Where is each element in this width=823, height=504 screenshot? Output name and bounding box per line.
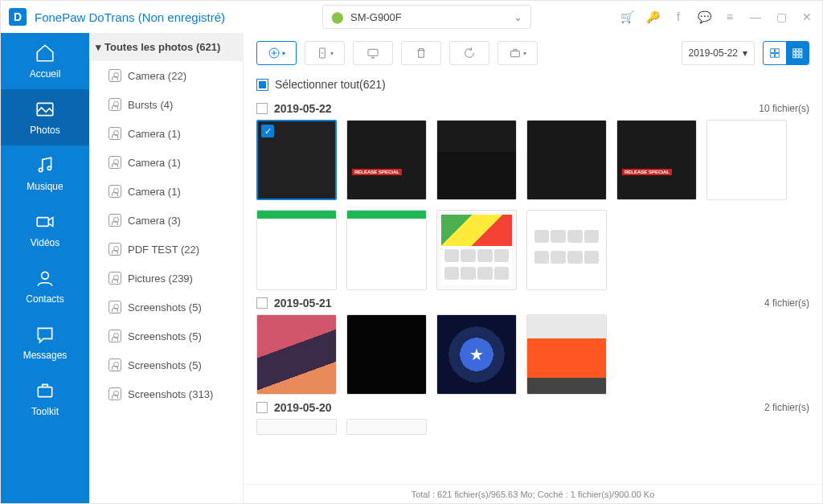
photo-thumbnail[interactable]: [436, 210, 517, 290]
facebook-icon[interactable]: f: [671, 10, 686, 23]
folder-label: Pictures (239): [128, 272, 193, 285]
select-all-row[interactable]: Sélectionner tout(621): [244, 73, 822, 96]
folder-icon: [109, 272, 121, 285]
svg-rect-10: [771, 49, 775, 53]
folder-item[interactable]: Bursts (4): [89, 90, 243, 119]
nav-music[interactable]: Musique: [1, 145, 89, 202]
toolbox-button[interactable]: ▾: [497, 41, 538, 65]
folder-tree: ▾ Toutes les photos (621) Camera (22) Bu…: [89, 33, 244, 503]
svg-rect-20: [793, 55, 796, 58]
view-grid-button[interactable]: [786, 42, 809, 64]
photo-thumbnail[interactable]: [436, 314, 517, 395]
photo-thumbnail[interactable]: [346, 419, 427, 435]
folder-label: Bursts (4): [128, 99, 173, 111]
group-header[interactable]: 2019-05-20 2 fichier(s): [256, 395, 809, 419]
nav-toolkit[interactable]: Toolkit: [1, 371, 89, 427]
select-all-checkbox[interactable]: [256, 79, 268, 91]
group-checkbox[interactable]: [256, 297, 268, 309]
nav-contacts[interactable]: Contacts: [1, 258, 89, 314]
folder-icon: [109, 214, 121, 227]
photo-thumbnail[interactable]: [256, 210, 337, 290]
maximize-icon[interactable]: ▢: [774, 10, 788, 23]
folder-item[interactable]: Screenshots (5): [89, 322, 243, 350]
svg-rect-18: [796, 52, 799, 55]
folder-icon: [109, 98, 121, 111]
svg-point-4: [42, 272, 49, 279]
tree-header[interactable]: ▾ Toutes les photos (621): [89, 33, 243, 61]
folder-label: Camera (1): [128, 157, 181, 169]
photo-thumbnail[interactable]: [256, 314, 337, 395]
svg-rect-19: [800, 52, 802, 55]
nav-label: Photos: [30, 125, 59, 136]
svg-rect-5: [38, 387, 51, 397]
photo-thumbnail[interactable]: [256, 419, 337, 435]
chevron-down-icon: ▾: [282, 50, 285, 57]
tree-header-label: Toutes les photos (621): [104, 41, 220, 53]
folder-item[interactable]: Camera (1): [89, 177, 243, 206]
folder-icon: [109, 127, 121, 140]
photo-thumbnail[interactable]: [436, 120, 517, 200]
folder-item[interactable]: PDF TEST (22): [89, 235, 243, 264]
delete-button[interactable]: [401, 41, 441, 65]
folder-icon: [109, 156, 121, 169]
folder-item[interactable]: Screenshots (5): [89, 350, 243, 379]
folder-item[interactable]: Camera (1): [89, 148, 243, 177]
svg-rect-12: [771, 54, 775, 58]
folder-item[interactable]: Camera (1): [89, 119, 243, 148]
photo-thumbnail[interactable]: [526, 314, 607, 395]
device-name: SM-G900F: [350, 11, 402, 23]
photo-thumbnail[interactable]: ✓: [256, 120, 337, 200]
cart-icon[interactable]: 🛒: [620, 10, 634, 23]
group-checkbox[interactable]: [256, 103, 268, 114]
folder-label: Camera (1): [128, 128, 181, 140]
close-icon[interactable]: ✕: [800, 10, 814, 23]
folder-item[interactable]: Screenshots (313): [89, 379, 243, 408]
add-button[interactable]: ▾: [256, 41, 297, 65]
refresh-button[interactable]: [449, 41, 489, 65]
group-header[interactable]: 2019-05-22 10 fichier(s): [256, 96, 809, 120]
folder-icon: [109, 243, 121, 256]
group-count: 2 fichier(s): [764, 402, 809, 413]
view-toggle: [763, 41, 809, 65]
nav-photos[interactable]: Photos: [1, 89, 89, 145]
menu-icon[interactable]: ≡: [723, 10, 737, 23]
device-selector[interactable]: ⬤ SM-G900F ⌄: [322, 5, 531, 29]
group-header[interactable]: 2019-05-21 4 fichier(s): [256, 290, 809, 314]
photo-thumbnail[interactable]: [526, 120, 607, 200]
svg-rect-9: [511, 51, 520, 56]
nav-videos[interactable]: Vidéos: [1, 202, 89, 258]
group-count: 10 fichier(s): [759, 103, 809, 114]
folder-item[interactable]: Pictures (239): [89, 264, 243, 293]
svg-rect-22: [800, 55, 802, 58]
photo-thumbnail[interactable]: [346, 120, 427, 200]
nav-label: Accueil: [30, 68, 61, 80]
group-count: 4 fichier(s): [764, 297, 809, 309]
folder-item[interactable]: Camera (3): [89, 206, 243, 235]
photo-thumbnail[interactable]: [346, 314, 427, 395]
folder-item[interactable]: Screenshots (5): [89, 293, 243, 322]
photo-thumbnail[interactable]: [706, 120, 787, 200]
logo-icon: D: [9, 8, 27, 26]
nav-messages[interactable]: Messages: [1, 314, 89, 371]
minimize-icon[interactable]: —: [748, 10, 763, 23]
date-filter-value: 2019-05-22: [689, 47, 738, 59]
photo-grid: 2019-05-22 10 fichier(s) ✓ 2019-05-21 4 …: [244, 96, 822, 484]
feedback-icon[interactable]: 💬: [697, 10, 711, 23]
select-all-label: Sélectionner tout(621): [275, 78, 386, 91]
sidebar-nav: Accueil Photos Musique Vidéos Contacts M…: [1, 33, 89, 503]
android-icon: ⬤: [331, 10, 344, 23]
key-icon[interactable]: 🔑: [645, 10, 660, 23]
view-large-button[interactable]: [764, 42, 786, 64]
folder-item[interactable]: Camera (22): [89, 61, 243, 90]
photo-thumbnail[interactable]: [526, 210, 607, 290]
photo-thumbnail[interactable]: [616, 120, 697, 200]
folder-label: Camera (3): [128, 215, 181, 227]
chevron-down-icon: ▾: [523, 50, 526, 57]
export-to-pc-button[interactable]: [353, 41, 393, 65]
export-to-device-button[interactable]: ▾: [305, 41, 345, 65]
svg-rect-14: [793, 49, 796, 51]
group-checkbox[interactable]: [256, 402, 268, 413]
date-filter[interactable]: 2019-05-22 ▾: [682, 41, 755, 65]
nav-home[interactable]: Accueil: [1, 33, 89, 89]
photo-thumbnail[interactable]: [346, 210, 427, 290]
